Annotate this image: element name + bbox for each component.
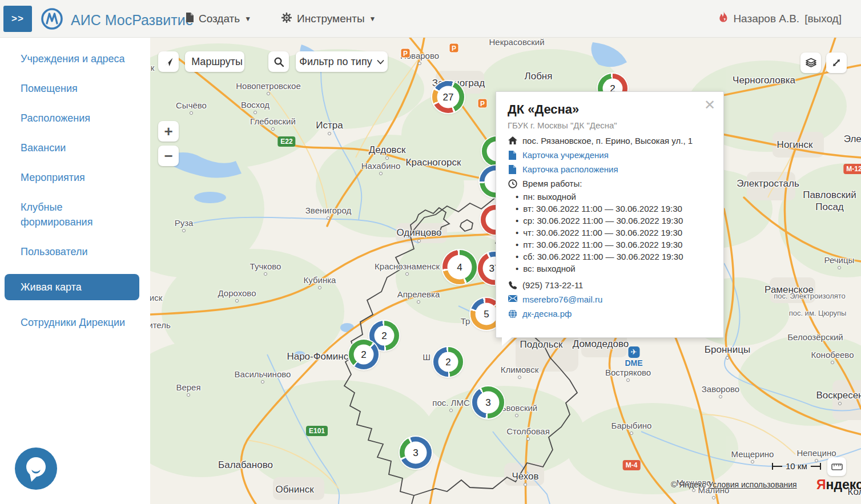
map-label-dot [418,62,421,65]
place-info-popup: ✕ ДК «Десна» ГБУК г. Москвы "ДК "Десна" … [496,91,724,338]
map-label-dot [271,127,275,131]
map-label: Тучково [250,261,281,271]
menu-tools-label: Инструменты [297,13,364,25]
sidebar-item[interactable]: Помещения [21,81,140,96]
email-row[interactable]: mserebro76@mail.ru [508,295,711,304]
ruler-button[interactable] [827,457,846,476]
train-station-icon: Р [401,49,411,58]
map-label: Конобеево [811,350,854,360]
file-icon [508,165,517,174]
cluster-count: 4 [448,255,472,280]
menu-tools[interactable]: Инструменты ▼ [281,12,376,26]
map-label-dot [626,378,630,382]
website-row[interactable]: дк-десна.рф [508,309,711,318]
map-cluster[interactable]: 3 [400,437,432,469]
gear-icon [281,12,292,26]
map-label: Павловский [803,189,856,201]
map-cluster[interactable]: 27 [432,81,464,113]
zoom-out-button[interactable]: − [158,146,179,166]
live-map[interactable]: НекрасовскийПоваровоЛобняЧерноголовкаНов… [150,38,861,504]
menu-create[interactable]: Создать ▼ [186,12,251,26]
train-station-icon: Р [449,43,459,53]
map-label-dot [719,395,722,398]
terms-of-use-link[interactable]: Условия использования [708,480,796,489]
work-hours-item: ср: 30.06.2022 11:00 — 30.06.2022 19:30 [516,215,711,227]
website-link[interactable]: дк-десна.рф [522,309,572,318]
routes-label: Маршруты [191,56,243,68]
close-icon[interactable]: ✕ [704,99,715,111]
map-label: Новопетровское [236,81,301,91]
sidebar-item[interactable]: Учреждения и адреса [21,51,140,66]
work-hours-item: пн: выходной [516,191,711,203]
logout-link[interactable]: [выход] [804,13,842,25]
geolocation-button[interactable] [158,51,179,72]
menu-create-label: Создать [199,13,240,25]
app-logo-icon [40,7,64,33]
chat-widget-button[interactable] [15,447,57,490]
map-cluster[interactable]: 2 [433,347,463,377]
map-label-dot [264,272,267,276]
map-label: Ногинск [777,139,813,151]
sidebar-item-active[interactable]: Живая карта [5,274,139,300]
globe-icon [508,309,517,318]
routes-button[interactable]: Маршруты [185,51,244,72]
map-label-dot [726,356,729,360]
filter-by-type-dropdown[interactable]: Фильтр по типу [296,51,388,72]
sidebar-item[interactable]: Мероприятия [21,170,140,185]
zoom-in-button[interactable]: + [158,121,179,142]
map-label: Руза [175,218,194,228]
map-label: Восход [241,100,269,110]
user-menu[interactable]: Назаров А.В. [выход] [719,0,842,38]
map-label: итель [150,320,171,330]
map-cluster[interactable]: 4 [442,250,477,284]
fullscreen-button[interactable] [826,53,847,73]
map-label: Домодедово [573,338,629,350]
phone-icon [508,281,517,290]
location-card-link[interactable]: Карточка расположения [522,164,618,174]
layers-button[interactable] [800,53,821,73]
sidebar-item[interactable]: Вакансии [21,140,140,155]
map-attribution: © Яндекс Условия использования [671,480,797,489]
map-cluster[interactable]: 2 [349,340,379,369]
sidebar-item[interactable]: Клубные формирования [21,200,140,229]
map-cluster[interactable]: 3 [472,386,504,418]
map-label: Нахабино [361,161,400,171]
cluster-count: 3 [477,392,500,414]
sidebar-item[interactable]: Пользователи [21,244,140,259]
map-label: Посад [815,201,844,213]
map-label: Одинцово [397,227,442,239]
address-row: пос. Рязановское, п. Ерино, Высокая ул.,… [508,136,711,146]
work-hours-item: сб: 30.06.2022 11:00 — 30.06.2022 19:30 [516,251,711,263]
map-label: Дедовск [369,144,406,156]
phone-row: (925) 713-22-11 [508,280,711,290]
user-name: Назаров А.В. [733,13,799,25]
map-label: пос. им. Цюрупы [789,309,847,317]
institution-card-link[interactable]: Карточка учреждения [522,150,609,160]
map-label-dot [182,229,186,232]
map-search-button[interactable] [268,51,289,72]
map-label-dot [318,286,321,289]
header-menus: Создать ▼ Инструменты ▼ [186,0,376,38]
location-card-row[interactable]: Карточка расположения [508,164,711,174]
airport-code: DME [625,358,642,368]
airport-marker-dme: ✈ DME [625,346,642,368]
map-label-dot [190,111,193,115]
sidebar-item[interactable]: Сотрудники Дирекции [21,315,140,330]
institution-card-row[interactable]: Карточка учреждения [508,150,711,160]
map-label: пос. ЛМС [432,398,469,408]
cluster-count: 2 [354,345,374,365]
yandex-logo[interactable]: Яндекс [816,477,861,493]
map-label-dot [838,266,841,269]
map-label: Красногорск [406,157,461,168]
cluster-count: 2 [438,352,458,372]
map-label: Глебовский [250,116,296,126]
sidebar-collapse-button[interactable]: >> [3,6,32,32]
map-label: Барыбино [611,421,652,430]
filter-label: Фильтр по типу [299,56,372,68]
map-label: Воскресен [816,390,861,401]
map-label: Мещерино [731,449,774,459]
map-label: Краснознаменск [375,261,440,271]
map-label: Васильчиново [235,369,291,379]
sidebar-item[interactable]: Расположения [21,111,140,126]
email-link[interactable]: mserebro76@mail.ru [522,295,602,304]
